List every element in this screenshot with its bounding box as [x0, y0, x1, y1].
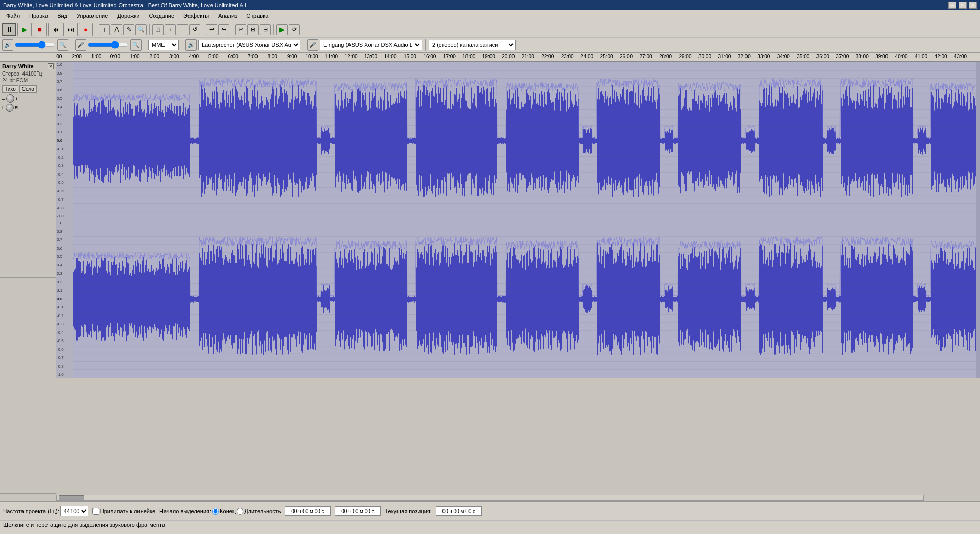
- project-freq-select[interactable]: 44100: [60, 506, 88, 516]
- next-button[interactable]: ⏭: [63, 23, 78, 36]
- position-label: Текущая позиция:: [385, 508, 431, 514]
- ruler-tick: 30:00: [698, 54, 711, 59]
- scroll-thumb[interactable]: [59, 495, 84, 500]
- separator6: [72, 39, 72, 51]
- track-pan-row: L R: [2, 104, 54, 112]
- track-header-ch2: [0, 278, 56, 494]
- solo-button[interactable]: Соло: [19, 85, 37, 93]
- waveform-canvas-bottom[interactable]: [56, 220, 976, 378]
- pause-button[interactable]: ⏸: [2, 23, 16, 36]
- ruler-ticks: -3:00-2:00-1:000:001:002:003:004:005:006…: [56, 53, 980, 61]
- status-bar: Щёлкните и перетащите для выделения звук…: [0, 520, 980, 530]
- separator10: [425, 39, 426, 51]
- mute-button[interactable]: Тихо: [2, 85, 18, 93]
- time-pos-input[interactable]: 00 ч 00 м 00 с: [436, 506, 482, 516]
- track-header: Barry White ✕ Стерео, 44100Гц 24-bit PCM…: [0, 62, 56, 278]
- close-button[interactable]: ✕: [969, 2, 977, 9]
- undo-button[interactable]: ↩: [206, 24, 217, 35]
- envelope-tool[interactable]: ⋀: [111, 24, 122, 35]
- track-gain-row: – +: [2, 94, 54, 103]
- redo-button[interactable]: ↪: [218, 24, 229, 35]
- sel-end-radio[interactable]: [212, 508, 219, 515]
- sel-len-radio[interactable]: [237, 508, 243, 515]
- project-freq-label: Частота проекта (Гц):: [3, 508, 59, 514]
- ruler-tick: 9:00: [287, 54, 297, 59]
- snap-checkbox[interactable]: [92, 508, 99, 515]
- time-end-input[interactable]: 00 ч 00 м 00 с: [335, 506, 381, 516]
- record-button[interactable]: ●: [79, 23, 93, 36]
- ruler-tick: 5:00: [208, 54, 218, 59]
- scroll-track[interactable]: [56, 495, 924, 501]
- loop-region-button[interactable]: ⟳: [289, 24, 300, 35]
- channels-select[interactable]: 2 (стерео) канала записи: [429, 40, 516, 50]
- toolbar-area: ⏸ ▶ ■ ⏮ ⏭ ● I ⋀ ✎ 🔍 ◫ + − ↺ ↩ ↪ ✂ ⊞ ⊟ ▶ …: [0, 21, 980, 53]
- menu-create[interactable]: Создание: [145, 12, 178, 20]
- separator4: [232, 24, 232, 35]
- menu-file[interactable]: Файл: [2, 12, 24, 20]
- ruler-tick: 28:00: [659, 54, 672, 59]
- track-wave-bottom[interactable]: 1.0 0.8 0.7 0.6 0.5 0.4 0.3 0.2 0.1 0.0 …: [56, 220, 980, 378]
- menu-control[interactable]: Управление: [73, 12, 112, 20]
- input-volume-slider[interactable]: [88, 41, 129, 49]
- zoom-out-button[interactable]: −: [177, 24, 188, 35]
- ruler-tick: 41:00: [915, 54, 927, 59]
- ruler-tick: 17:00: [443, 54, 456, 59]
- select-tool[interactable]: I: [99, 24, 110, 35]
- time-start-input[interactable]: 00 ч 00 м 00 с: [285, 506, 331, 516]
- fit-button[interactable]: ◫: [152, 24, 164, 35]
- separator7: [145, 39, 145, 51]
- track-close-button[interactable]: ✕: [48, 63, 54, 69]
- snap-label: Прилипать к линейке: [100, 508, 155, 514]
- zoom-in-button[interactable]: +: [165, 24, 176, 35]
- menu-tracks[interactable]: Дорожки: [113, 12, 144, 20]
- ruler-tick: -2:00: [70, 54, 82, 59]
- ruler-left-space: [0, 53, 56, 61]
- copy-button[interactable]: ⊞: [247, 24, 259, 35]
- waveform-canvas-top[interactable]: [56, 62, 976, 220]
- track-info-bitdepth: 24-bit PCM: [2, 77, 54, 84]
- ruler-tick: 25:00: [600, 54, 613, 59]
- menu-effects[interactable]: Эффекты: [179, 12, 213, 20]
- speaker-icon: 🔊: [185, 39, 197, 51]
- menu-analyze[interactable]: Анализ: [214, 12, 241, 20]
- track-name: Barry White: [2, 63, 34, 69]
- ruler-tick: 42:00: [935, 54, 947, 59]
- playback-device-select[interactable]: Lautsprecher (ASUS Xonar DSX Au: [198, 40, 300, 50]
- pan-knob[interactable]: [6, 104, 14, 112]
- mic-icon: 🎤: [75, 39, 86, 51]
- menu-edit[interactable]: Правка: [25, 12, 52, 20]
- menu-help[interactable]: Справка: [242, 12, 272, 20]
- time-pos-group: 00 ч 00 м 00 с: [436, 506, 482, 516]
- record-device-select[interactable]: Eingang (ASUS Xonar DSX Audio D: [320, 40, 422, 50]
- separator5: [273, 24, 274, 35]
- host-select[interactable]: MME: [148, 40, 179, 50]
- ruler-tick: 21:00: [522, 54, 534, 59]
- separator9: [304, 39, 304, 51]
- pan-left-label: L: [2, 105, 5, 110]
- play-button[interactable]: ▶: [17, 23, 32, 36]
- cut-button[interactable]: ✂: [235, 24, 246, 35]
- ruler-tick: 6:00: [228, 54, 238, 59]
- draw-tool[interactable]: ✎: [123, 24, 134, 35]
- loop-button[interactable]: ↺: [189, 24, 200, 35]
- menu-view[interactable]: Вид: [53, 12, 72, 20]
- paste-button[interactable]: ⊟: [260, 24, 271, 35]
- zoom-tool[interactable]: 🔍: [135, 24, 147, 35]
- output-volume-slider[interactable]: [15, 41, 56, 49]
- ruler-tick: 19:00: [482, 54, 495, 59]
- ruler-tick: 3:00: [169, 54, 179, 59]
- minimize-button[interactable]: ─: [948, 2, 956, 9]
- ruler-tick: 32:00: [738, 54, 751, 59]
- volume-icon: 🔊: [2, 39, 13, 51]
- pan-right-label: R: [15, 105, 18, 110]
- horizontal-scrollbar[interactable]: [0, 494, 980, 501]
- gain-knob[interactable]: [6, 94, 14, 103]
- sel-len-label: Длительность: [244, 508, 281, 514]
- prev-button[interactable]: ⏮: [48, 23, 62, 36]
- play-green-button[interactable]: ▶: [276, 24, 288, 35]
- ruler-tick: 37:00: [836, 54, 849, 59]
- track-wave-top[interactable]: 1.0 0.8 0.7 0.6 0.5 0.4 0.3 0.2 0.1 0.0 …: [56, 62, 980, 220]
- waveform-area[interactable]: 1.0 0.8 0.7 0.6 0.5 0.4 0.3 0.2 0.1 0.0 …: [56, 62, 980, 494]
- stop-button[interactable]: ■: [33, 23, 47, 36]
- maximize-button[interactable]: □: [959, 2, 967, 9]
